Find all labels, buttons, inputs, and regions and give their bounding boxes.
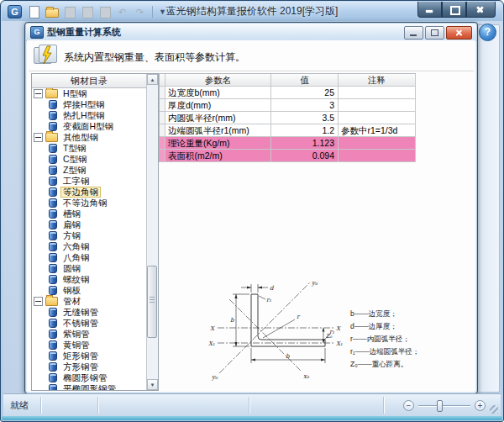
main-window: G ↶ ↷ ▼ 蓝光钢结构算量报价软件 2019[学习版] ? G 型钢重量计算… (0, 0, 504, 422)
angle-steel-diagram: X X X₁ X₁ y₀ y₀ x₀ d b b Z₀ r r₁ r₁ (207, 279, 428, 392)
tree-item-folder[interactable]: H型钢 (32, 88, 147, 99)
grid-row[interactable]: 表面积(m2/m)0.094 (160, 150, 416, 162)
legend-line: Z₀——重心距离。 (350, 358, 428, 371)
steel-item-icon (49, 351, 57, 361)
tree-item-leaf[interactable]: 圆钢 (32, 263, 147, 274)
tree-item-label: 平椭圆形钢管 (60, 383, 118, 390)
grid-cell (160, 112, 165, 124)
steel-item-icon (49, 384, 57, 390)
tree-item-label: C型钢 (60, 154, 90, 165)
minimize-button[interactable] (417, 2, 442, 18)
tree-item-leaf[interactable]: 等边角钢 (32, 187, 147, 198)
tree-item-leaf[interactable]: 六角钢 (32, 241, 147, 252)
collapse-expander-icon[interactable] (34, 89, 43, 98)
tree-item-folder[interactable]: 管材 (32, 296, 147, 307)
grid-header-cell (160, 74, 165, 87)
tree-item-leaf[interactable]: 平椭圆形钢管 (32, 383, 147, 390)
maximize-button[interactable] (442, 2, 466, 18)
collapse-expander-icon[interactable] (34, 297, 43, 306)
tree-item-label: 圆钢 (60, 263, 83, 274)
axis-label-x1-right: X₁ (336, 340, 343, 347)
dim-label-r: r (297, 314, 301, 320)
tree-item-leaf[interactable]: C型钢 (32, 154, 147, 165)
steel-item-icon (49, 100, 57, 109)
child-window-controls (404, 26, 472, 40)
dim-label-d: d (270, 285, 274, 292)
grid-value-cell[interactable]: 1.123 (271, 137, 339, 150)
grid-cell: 理论重量(Kg/m) (165, 137, 271, 150)
steel-item-icon (49, 319, 57, 328)
tree-item-leaf[interactable]: 螺纹钢 (32, 274, 147, 285)
grid-cell (160, 124, 165, 137)
grid-row[interactable]: 边宽度b(mm)25 (160, 87, 416, 99)
grid-value-cell[interactable]: 0.094 (271, 150, 339, 162)
grid-cell (339, 99, 416, 112)
tree-item-leaf[interactable]: 方钢 (32, 230, 147, 241)
zoom-slider-thumb[interactable] (437, 400, 443, 412)
maximize-icon (450, 6, 460, 15)
folder-icon (45, 133, 58, 142)
tree-item-leaf[interactable]: Z型钢 (32, 165, 147, 176)
tree-scrollbar: ▲ ▼ (146, 74, 158, 390)
child-maximize-button[interactable] (425, 26, 444, 40)
dim-label-b-left: b (230, 317, 234, 324)
child-close-button[interactable] (446, 26, 472, 40)
zoom-in-button[interactable]: + (475, 400, 486, 411)
tree-item-leaf[interactable]: 槽钢 (32, 208, 147, 219)
tree-item-leaf[interactable]: 工字钢 (32, 176, 147, 187)
axis-label-x-right: X (336, 325, 341, 332)
grid-value-cell[interactable]: 3.5 (271, 112, 339, 124)
tree-item-leaf[interactable]: 不锈钢管 (32, 318, 147, 329)
scroll-up-arrow[interactable]: ▲ (147, 74, 158, 85)
tree-item-leaf[interactable]: 无缝钢管 (32, 307, 147, 318)
minimize-icon (426, 10, 433, 13)
tree-item-leaf[interactable]: 不等边角钢 (32, 198, 147, 208)
axis-label-x-left: X (210, 325, 215, 332)
tree-item-leaf[interactable]: 紫铜管 (32, 329, 147, 340)
banner-lightning-icon (34, 45, 59, 66)
grid-cell (160, 150, 165, 162)
grid-value-cell[interactable]: 1.2 (271, 124, 339, 137)
tree-header: 钢材目录 (32, 74, 147, 88)
grid-cell: 厚度d(mm) (165, 99, 271, 112)
close-button[interactable] (466, 2, 496, 18)
legend-line: r——内圆弧半径； (350, 333, 428, 346)
grid-row[interactable]: 边端圆弧半径r1(mm)1.2参数中r1=1/3d (160, 124, 416, 137)
tree-item-leaf[interactable]: 黄铜管 (32, 340, 147, 351)
zoom-slider-track[interactable] (418, 405, 470, 406)
separator-line (29, 71, 474, 71)
collapse-expander-icon[interactable] (34, 133, 43, 142)
axis-label-y0-bottom: y₀ (211, 374, 218, 381)
tree-item-leaf[interactable]: 焊接H型钢 (32, 99, 147, 110)
grid-row[interactable]: 内圆弧半径r(mm)3.5 (160, 112, 416, 124)
zoom-out-button[interactable]: − (403, 400, 414, 411)
grid-value-cell[interactable]: 25 (271, 87, 339, 99)
tree-item-label: 等边角钢 (60, 187, 101, 198)
tree-item-leaf[interactable]: 椭圆形钢管 (32, 372, 147, 383)
tree-item-folder[interactable]: 其他型钢 (32, 132, 147, 143)
tree-item-label: 焊接H型钢 (60, 99, 108, 110)
mdi-client-area: ? G 型钢重量计算系统 (3, 21, 501, 394)
tree-item-leaf[interactable]: 方形钢管 (32, 361, 147, 372)
tree-item-leaf[interactable]: 热扎H型钢 (32, 110, 147, 121)
grid-cell (160, 99, 165, 112)
grid-value-cell[interactable]: 3 (271, 99, 339, 112)
help-button[interactable]: ? (479, 24, 496, 41)
resize-grip[interactable] (490, 405, 498, 414)
scroll-down-arrow[interactable]: ▼ (147, 379, 158, 390)
status-separator (40, 397, 41, 414)
grid-row[interactable]: 厚度d(mm)3 (160, 99, 416, 112)
steel-item-icon (49, 373, 57, 382)
grid-row[interactable]: 理论重量(Kg/m)1.123 (160, 137, 416, 150)
scrollbar-thumb[interactable] (147, 266, 157, 338)
tree-item-label: 无缝钢管 (60, 307, 101, 318)
child-minimize-button[interactable] (404, 26, 423, 40)
tree-item-leaf[interactable]: 八角钢 (32, 252, 147, 263)
tree-item-label: 其他型钢 (60, 132, 101, 143)
steel-item-icon (49, 242, 57, 251)
axis-label-x0: x₀ (303, 373, 310, 380)
steel-item-icon (49, 264, 57, 273)
tree-item-leaf[interactable]: 矩形钢管 (32, 351, 147, 361)
tree-item-leaf[interactable]: 扁钢 (32, 219, 147, 230)
tree-item-leaf[interactable]: T型钢 (32, 143, 147, 154)
